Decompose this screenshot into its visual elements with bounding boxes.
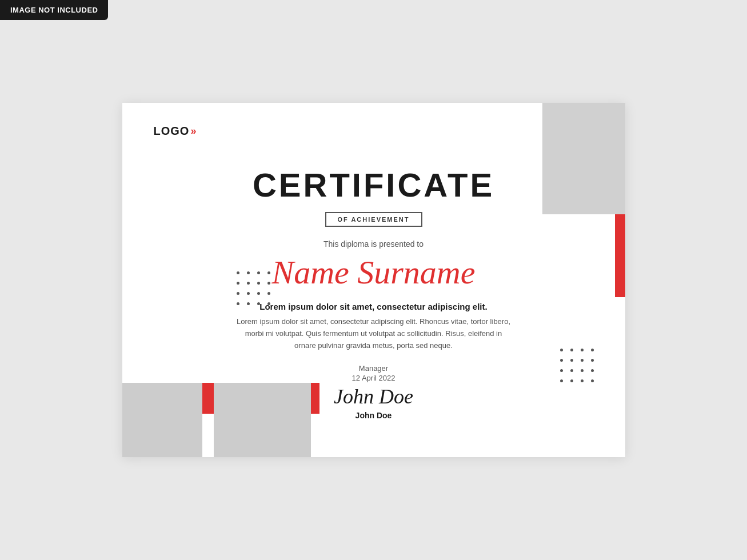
certificate-card: ww.example.com [122, 103, 625, 457]
bold-description: Lorem ipsum dolor sit amet, consectetur … [259, 302, 487, 311]
achievement-badge: OF ACHIEVEMENT [325, 212, 422, 227]
role-text: Manager [334, 364, 413, 373]
body-text: Lorem ipsum dolor sit amet, consectetur … [237, 316, 511, 351]
certificate-content: CERTIFICATE OF ACHIEVEMENT This diploma … [122, 103, 625, 457]
signer-name: John Doe [334, 411, 413, 420]
presented-to-text: This diploma is presented to [323, 239, 424, 249]
image-not-included-banner: IMAGE NOT INCLUDED [0, 0, 108, 20]
certificate-title: CERTIFICATE [253, 166, 494, 204]
recipient-name: Name Surname [271, 253, 475, 291]
date-text: 12 April 2022 [334, 374, 413, 382]
signature-section: Manager 12 April 2022 John Doe John Doe [334, 364, 413, 420]
signature-cursive: John Doe [334, 385, 413, 409]
